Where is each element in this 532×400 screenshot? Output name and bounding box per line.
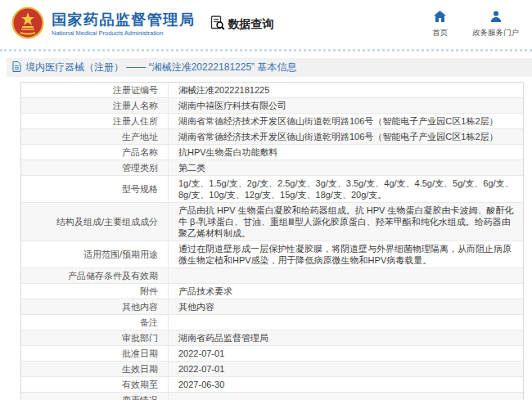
- row-value: 湖南省常德经济技术开发区德山街道乾明路106号（智能电子产业园C区1栋2层）: [169, 114, 523, 128]
- row-value-text: 产品技术要求: [178, 285, 232, 297]
- row-value-text: 抗HPV生物蛋白功能敷料: [178, 146, 278, 158]
- row-label-text: 注册人住所: [113, 115, 158, 127]
- row-value: 湘械注准20222181225: [169, 83, 523, 97]
- row-value: 产品由抗 HPV 生物蛋白凝胶和给药器组成。抗 HPV 生物蛋白凝胶由卡波姆、酸…: [169, 203, 523, 240]
- row-value: [169, 268, 523, 283]
- row-label: 结构及组成/主要组成成分: [21, 203, 169, 240]
- row-label-text: 产品储存条件及有效期: [68, 270, 158, 281]
- document-icon: [12, 61, 21, 75]
- row-value: [169, 315, 523, 330]
- row-value-text: 其他内容: [178, 301, 214, 312]
- home-icon: [434, 11, 446, 25]
- nav-data-query-label: 数据查询: [228, 17, 274, 32]
- row-value: [169, 393, 523, 400]
- row-label: 注册人名称: [21, 98, 169, 113]
- nav-data-query[interactable]: 数据查询: [210, 16, 274, 34]
- table-row: 注册人住所湖南省常德经济技术开发区德山街道乾明路106号（智能电子产业园C区1栋…: [21, 114, 523, 129]
- row-value: 其他内容: [169, 299, 523, 314]
- header-right-nav: 首页 政务服务门户: [432, 11, 522, 38]
- table-row: 注册证编号湘械注准20222181225: [21, 83, 523, 98]
- document-search-icon: [210, 16, 225, 34]
- row-value: 湖南省药品监督管理局: [169, 330, 523, 345]
- row-value-text: 产品由抗 HPV 生物蛋白凝胶和给药器组成。抗 HPV 生物蛋白凝胶由卡波姆、酸…: [178, 204, 515, 239]
- row-value: 第二类: [169, 160, 523, 175]
- row-value-text: 湖南省常德经济技术开发区德山街道乾明路106号（智能电子产业园C区1栋2层）: [178, 131, 498, 142]
- row-label-text: 批准日期: [122, 348, 158, 359]
- site-header: 国家药品监督管理局 National Medical Products Admi…: [0, 0, 532, 52]
- table-row: 生产地址湖南省常德经济技术开发区德山街道乾明路106号（智能电子产业园C区1栋2…: [21, 129, 523, 145]
- row-value-text: 湘械注准20222181225: [178, 84, 269, 96]
- row-label: 注册证编号: [21, 83, 169, 97]
- table-row: 适用范围/预期用途通过在阴道壁形成一层保护性凝胶膜，将阴道壁与外界细菌物理隔离，…: [21, 241, 523, 268]
- row-label: 型号规格: [21, 176, 169, 202]
- row-value: 2027-06-30: [169, 377, 523, 392]
- row-label-text: 产品名称: [122, 146, 158, 158]
- row-value: 抗HPV生物蛋白功能敷料: [169, 145, 523, 160]
- info-table: 注册证编号湘械注准20222181225注册人名称湖南中禧医疗科技有限公司注册人…: [20, 82, 524, 400]
- row-label-text: 附件: [140, 285, 158, 297]
- row-label-text: 生产地址: [122, 131, 158, 142]
- row-label-text: 备注: [140, 317, 158, 328]
- table-row: 结构及组成/主要组成成分产品由抗 HPV 生物蛋白凝胶和给药器组成。抗 HPV …: [21, 203, 523, 241]
- row-value-text: 第二类: [178, 162, 205, 173]
- row-label-text: 生效日期: [122, 363, 158, 375]
- row-value-text: 2027-06-30: [178, 379, 224, 390]
- table-row: 备注: [21, 315, 523, 330]
- nav-portal-label: 政务服务门户: [472, 28, 519, 38]
- national-emblem-icon: [11, 7, 44, 43]
- row-label: 产品名称: [21, 145, 169, 160]
- row-label-text: 结构及组成/主要组成成分: [56, 216, 158, 227]
- row-value-text: 湖南省常德经济技术开发区德山街道乾明路106号（智能电子产业园C区1栋2层）: [178, 115, 498, 127]
- table-row: 批准日期2022-07-01: [21, 346, 523, 362]
- table-row: 其他内容其他内容: [21, 299, 523, 315]
- row-label-text: 审批部门: [122, 332, 158, 344]
- table-row: 型号规格1g/支、1.5g/支、2g/支、2.5g/支、3g/支、3.5g/支、…: [21, 176, 523, 203]
- table-row: 产品名称抗HPV生物蛋白功能敷料: [21, 145, 523, 160]
- table-row: 变更情况: [21, 393, 523, 400]
- row-value: 湖南省常德经济技术开发区德山街道乾明路106号（智能电子产业园C区1栋2层）: [169, 129, 523, 144]
- agency-name-cn: 国家药品监督管理局: [52, 12, 196, 29]
- row-label: 注册人住所: [21, 114, 169, 128]
- row-value: 产品技术要求: [169, 284, 523, 299]
- row-value-text: 1g/支、1.5g/支、2g/支、2.5g/支、3g/支、3.5g/支、4g/支…: [178, 178, 515, 200]
- row-value-text: 2022-07-01: [178, 363, 224, 375]
- page-title-bar: 境内医疗器械（注册） —— “湘械注准20222181225” 基本信息: [7, 58, 532, 77]
- row-value-text: 2022-07-01: [178, 348, 224, 359]
- row-value: 2022-07-01: [169, 346, 523, 361]
- row-label-text: 型号规格: [122, 183, 158, 195]
- table-row: 审批部门湖南省药品监督管理局: [21, 330, 523, 346]
- agency-name-en: National Medical Products Administration: [52, 30, 196, 37]
- table-row: 附件产品技术要求: [21, 284, 523, 299]
- row-label: 备注: [21, 315, 169, 330]
- table-row: 注册人名称湖南中禧医疗科技有限公司: [21, 98, 523, 114]
- row-label: 变更情况: [21, 393, 169, 400]
- table-row: 生效日期2022-07-01: [21, 362, 523, 377]
- table-row: 有效期至2027-06-30: [21, 377, 523, 393]
- user-icon: [490, 11, 502, 25]
- table-row: 产品储存条件及有效期: [21, 268, 523, 284]
- row-label-text: 适用范围/预期用途: [83, 249, 158, 260]
- row-value-text: 湖南省药品监督管理局: [178, 332, 268, 344]
- logo-text: 国家药品监督管理局 National Medical Products Admi…: [52, 12, 196, 37]
- row-label-text: 管理类别: [122, 162, 158, 173]
- row-value-text: 通过在阴道壁形成一层保护性凝胶膜，将阴道壁与外界细菌物理隔离，从而阻止病原微生物…: [178, 243, 515, 266]
- row-label: 审批部门: [21, 330, 169, 345]
- row-label: 批准日期: [21, 346, 169, 361]
- row-value: 2022-07-01: [169, 362, 523, 376]
- page-title: 境内医疗器械（注册） —— “湘械注准20222181225” 基本信息: [25, 61, 296, 74]
- row-value: 湖南中禧医疗科技有限公司: [169, 98, 523, 113]
- row-label-text: 有效期至: [122, 379, 158, 390]
- row-label-text: 变更情况: [122, 394, 158, 400]
- nmpa-logo[interactable]: 国家药品监督管理局 National Medical Products Admi…: [11, 7, 196, 43]
- row-label: 附件: [21, 284, 169, 299]
- row-label-text: 注册证编号: [113, 84, 158, 96]
- row-value: 通过在阴道壁形成一层保护性凝胶膜，将阴道壁与外界细菌物理隔离，从而阻止病原微生物…: [169, 241, 523, 267]
- nav-home-label: 首页: [432, 28, 448, 38]
- nav-home[interactable]: 首页: [432, 11, 448, 38]
- table-row: 管理类别第二类: [21, 160, 523, 176]
- row-label: 产品储存条件及有效期: [21, 268, 169, 283]
- row-value-text: 湖南中禧医疗科技有限公司: [178, 100, 286, 111]
- row-label-text: 其他内容: [122, 301, 158, 312]
- row-label: 适用范围/预期用途: [21, 241, 169, 267]
- nav-portal[interactable]: 政务服务门户: [472, 11, 519, 38]
